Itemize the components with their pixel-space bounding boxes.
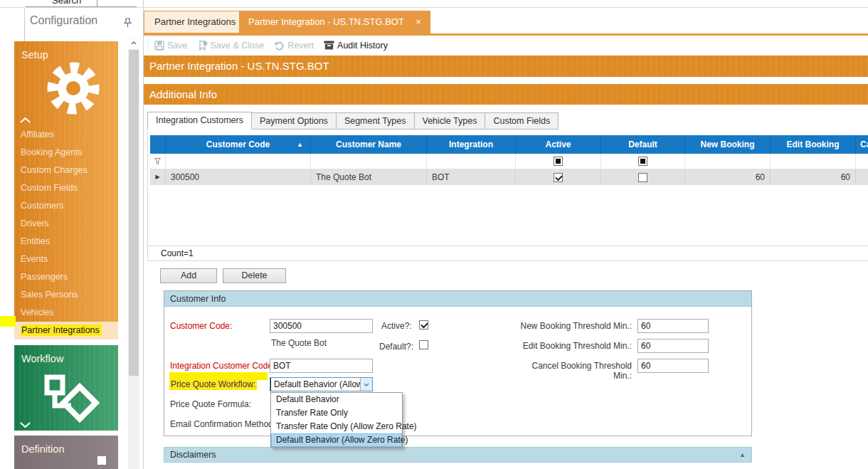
cell-customer-code[interactable]: 300500 bbox=[166, 169, 311, 185]
sidebar-group-workflow[interactable]: Workflow bbox=[14, 345, 118, 431]
cancel-booking-threshold-label: Cancel Booking Threshold Min.: bbox=[517, 361, 632, 381]
save-button[interactable]: Save bbox=[154, 41, 188, 51]
tab-vehicle-types[interactable]: Vehicle Types bbox=[414, 112, 486, 130]
sidebar-item-custom-charges[interactable]: Custom Charges bbox=[14, 162, 118, 179]
integration-customer-code-input[interactable] bbox=[270, 359, 373, 373]
sidebar-scrollbar[interactable] bbox=[128, 37, 139, 469]
grid-count-label: Count=1 bbox=[148, 246, 868, 260]
audit-history-button[interactable]: Audit History bbox=[324, 41, 388, 51]
collapse-icon[interactable]: ▲ bbox=[739, 448, 746, 462]
filter-default-checkbox[interactable] bbox=[601, 154, 685, 169]
save-and-close-button[interactable]: Save & Close bbox=[198, 41, 265, 51]
revert-icon bbox=[274, 41, 285, 51]
inner-tab-strip: Integration Customers Payment Options Se… bbox=[147, 112, 558, 130]
cell-default-checkbox[interactable] bbox=[601, 169, 685, 185]
header-default[interactable]: Default bbox=[601, 135, 685, 154]
default-checkbox[interactable] bbox=[419, 340, 428, 349]
sidebar-item-booking-agents[interactable]: Booking Agents bbox=[14, 144, 118, 162]
close-icon[interactable]: × bbox=[416, 16, 421, 27]
customer-name-text: The Quote Bot bbox=[271, 338, 327, 348]
filter-icon[interactable] bbox=[150, 154, 166, 169]
toolbar: Save Save & Close Revert Audit History bbox=[144, 36, 868, 54]
add-button[interactable]: Add bbox=[160, 268, 217, 283]
tab-accent-line bbox=[144, 33, 868, 36]
sidebar-item-drivers[interactable]: Drivers bbox=[14, 215, 118, 233]
price-quote-workflow-label: Price Quote Workflow: bbox=[169, 379, 257, 389]
sidebar-item-affiliates[interactable]: Affiliates bbox=[14, 126, 118, 144]
combobox-value[interactable]: Default Behavior (Allow bbox=[270, 378, 360, 391]
option-default-behavior[interactable]: Default Behavior bbox=[271, 393, 402, 406]
scrollbar-thumb[interactable] bbox=[129, 50, 139, 376]
tab-custom-fields[interactable]: Custom Fields bbox=[485, 112, 559, 130]
header-indicator bbox=[150, 135, 166, 154]
email-confirmation-method-label: Email Confirmation Method: bbox=[170, 419, 275, 429]
sidebar-item-sales-persons[interactable]: Sales Persons bbox=[14, 286, 118, 304]
header-new-booking-threshold[interactable]: New Booking Thres... bbox=[685, 135, 771, 154]
header-integration-customer[interactable]: Integration Custome... bbox=[427, 135, 516, 154]
collapse-setup-icon[interactable] bbox=[20, 117, 31, 123]
customer-code-label: Customer Code: bbox=[170, 321, 232, 331]
filter-customer-code[interactable] bbox=[166, 154, 311, 169]
tab-integration-customers[interactable]: Integration Customers bbox=[147, 112, 252, 130]
workflow-group-label: Workflow bbox=[21, 353, 63, 364]
revert-button[interactable]: Revert bbox=[274, 41, 314, 51]
tab-partner-integrations[interactable]: Partner Integrations bbox=[144, 11, 246, 33]
sidebar-group-definition[interactable]: Definition bbox=[14, 436, 118, 469]
sort-asc-icon: ▲ bbox=[297, 135, 303, 154]
tab-partner-integration-record[interactable]: Partner Integration - US.TN.STG.BOT × bbox=[239, 11, 430, 33]
price-quote-workflow-combobox[interactable]: Default Behavior (Allow bbox=[270, 377, 373, 391]
header-active[interactable]: Active bbox=[516, 135, 601, 154]
annotation-highlight-strip bbox=[0, 316, 16, 327]
sidebar-item-vehicles[interactable]: Vehicles bbox=[14, 304, 118, 322]
gear-icon bbox=[43, 58, 103, 118]
scroll-up-icon[interactable] bbox=[128, 37, 139, 49]
integration-customer-code-label: Integration Customer Code: bbox=[170, 361, 275, 371]
partner-integrations-highlight: Partner Integrations bbox=[21, 325, 102, 336]
sidebar-item-custom-fields[interactable]: Custom Fields bbox=[14, 179, 118, 197]
filter-customer-name[interactable] bbox=[311, 154, 427, 169]
filter-active-checkbox[interactable] bbox=[516, 154, 601, 169]
section-title-additional-info: Additional Info bbox=[144, 84, 868, 105]
toolbar-grip[interactable] bbox=[147, 39, 150, 52]
filter-cancel-booking[interactable] bbox=[856, 154, 868, 169]
expand-workflow-icon[interactable] bbox=[20, 422, 31, 428]
tab-payment-options[interactable]: Payment Options bbox=[251, 112, 337, 130]
cancel-booking-threshold-input[interactable] bbox=[637, 359, 709, 373]
edit-booking-threshold-label: Edit Booking Threshold Min.: bbox=[517, 341, 632, 351]
sidebar-group-setup[interactable]: Setup bbox=[14, 41, 118, 126]
search-input[interactable]: Search bbox=[52, 0, 81, 6]
tab-label: Partner Integration - US.TN.STG.BOT bbox=[248, 16, 404, 27]
cell-active-checkbox[interactable] bbox=[516, 169, 601, 185]
option-transfer-rate-only[interactable]: Transfer Rate Only bbox=[271, 406, 402, 420]
workflow-icon bbox=[41, 374, 102, 425]
option-transfer-rate-only-zero[interactable]: Transfer Rate Only (Allow Zero Rate) bbox=[271, 420, 402, 433]
price-quote-formula-label: Price Quote Formula: bbox=[170, 399, 251, 409]
audit-history-icon bbox=[324, 41, 334, 50]
header-customer-code[interactable]: Customer Code▲ bbox=[166, 135, 311, 154]
option-default-behavior-zero[interactable]: Default Behavior (Allow Zero Rate) bbox=[271, 433, 402, 447]
sidebar-item-partner-integrations[interactable]: Partner Integrations bbox=[14, 322, 118, 339]
customer-code-input[interactable] bbox=[270, 319, 373, 333]
grid-data-row[interactable]: ▶ 300500 The Quote Bot BOT 60 60 bbox=[150, 169, 868, 185]
cell-cancel-booking[interactable] bbox=[856, 169, 868, 185]
sidebar-item-passengers[interactable]: Passengers bbox=[14, 268, 118, 286]
disclaimers-section-header[interactable]: Disclaimers ▲ bbox=[164, 447, 752, 463]
pin-icon[interactable] bbox=[124, 18, 132, 28]
sidebar-item-entities[interactable]: Entities bbox=[14, 233, 118, 251]
sidebar-item-customers[interactable]: Customers bbox=[14, 197, 118, 215]
grid-filter-row[interactable] bbox=[150, 154, 868, 169]
top-divider bbox=[0, 7, 868, 8]
delete-button[interactable]: Delete bbox=[223, 268, 286, 283]
active-checkbox[interactable] bbox=[419, 320, 428, 330]
definition-icon bbox=[97, 456, 106, 465]
new-booking-threshold-input[interactable] bbox=[637, 319, 709, 333]
default-label: Default?: bbox=[379, 342, 413, 352]
cell-customer-name[interactable]: The Quote Bot bbox=[311, 169, 427, 185]
tab-segment-types[interactable]: Segment Types bbox=[336, 112, 415, 130]
chevron-down-icon[interactable] bbox=[360, 378, 372, 391]
header-edit-booking-threshold[interactable]: Edit Booking Thresh... bbox=[771, 135, 856, 154]
edit-booking-threshold-input[interactable] bbox=[637, 339, 709, 353]
header-customer-name[interactable]: Customer Name bbox=[311, 135, 427, 154]
header-cancel-booking-threshold[interactable]: Ca bbox=[856, 135, 868, 154]
sidebar-item-events[interactable]: Events bbox=[14, 251, 118, 268]
